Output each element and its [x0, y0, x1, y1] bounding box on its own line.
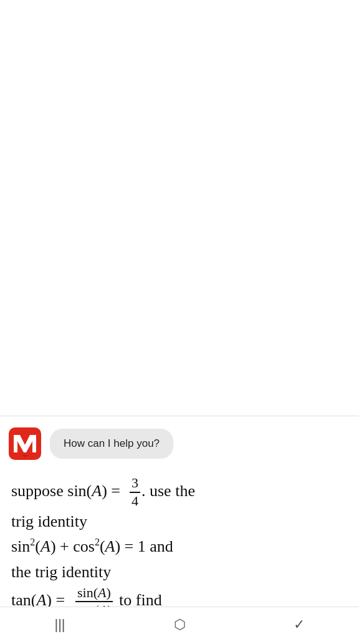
- math-line3: sin2(A) + cos2(A) = 1 and: [11, 537, 173, 555]
- sup-2b: 2: [95, 537, 100, 548]
- back-icon: |||: [54, 617, 65, 633]
- greeting-text: How can I help you?: [64, 437, 160, 449]
- math-line2: trig identity: [11, 512, 87, 530]
- sup-2a: 2: [30, 537, 35, 548]
- fraction-3-4: 3 4: [130, 475, 140, 509]
- greeting-bubble: How can I help you?: [50, 429, 173, 459]
- fraction-sin-numerator: sin(A): [75, 585, 113, 602]
- home-button[interactable]: ⬡: [158, 612, 201, 637]
- greeting-row: How can I help you?: [0, 416, 359, 466]
- var-A2: A: [41, 537, 50, 555]
- math-line1: suppose sin(A) = 3 4 . use the: [11, 482, 195, 500]
- back-button[interactable]: |||: [38, 612, 82, 637]
- math-line4: the trig identity: [11, 563, 111, 581]
- forward-icon: ✓: [294, 617, 305, 633]
- forward-button[interactable]: ✓: [277, 612, 321, 637]
- home-icon: ⬡: [174, 617, 186, 633]
- screen: How can I help you? suppose sin(A) = 3 4…: [0, 0, 359, 644]
- top-area: [0, 0, 359, 416]
- fraction-numerator: 3: [130, 475, 140, 492]
- app-logo: [9, 427, 41, 460]
- var-A1: A: [92, 482, 102, 500]
- var-A3: A: [105, 537, 115, 555]
- bottom-nav: ||| ⬡ ✓: [0, 607, 359, 644]
- fraction-denominator: 4: [130, 493, 140, 509]
